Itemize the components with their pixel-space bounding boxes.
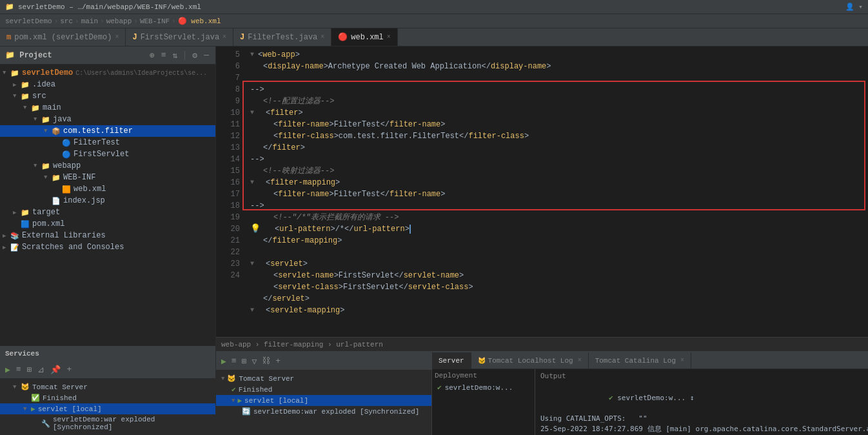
fold-arrow[interactable]: ▼: [250, 305, 254, 316]
code-editor[interactable]: 5 6 7 8 9 10 11 12 13 14 15 16 17 18 19 …: [216, 46, 868, 337]
deploy-status-icon: ✔: [609, 394, 613, 402]
localhost-log-close[interactable]: ×: [578, 357, 582, 364]
code-line-13: <!--映射过滤器-->: [250, 165, 868, 177]
bl-servlet-label: servlet [local]: [244, 397, 308, 405]
line-num: 20: [221, 223, 240, 235]
toolbar-separator: [184, 51, 185, 60]
tree-item-firstservlet[interactable]: 🔵 FirstServlet: [0, 148, 215, 160]
tab-server[interactable]: Server: [432, 352, 471, 369]
code-line-8: <!--配置过滤器-->: [250, 96, 868, 107]
fold-arrow[interactable]: ▼: [250, 107, 254, 119]
svc-tomcat-label: Tomcat Server: [32, 383, 88, 391]
filter-icon[interactable]: ⊿: [36, 363, 46, 376]
bl-servlet-local[interactable]: ▼ ▶ servlet [local]: [216, 395, 431, 406]
tab-webxml[interactable]: 🔴 web.xml ×: [331, 28, 397, 46]
link-btn[interactable]: ⛓: [261, 355, 271, 367]
services-add-icon[interactable]: +: [65, 363, 73, 376]
tree-item-com-test-filter[interactable]: ▼ 📦 com.test.filter: [0, 125, 215, 137]
fold-arrow[interactable]: ▼: [250, 49, 254, 61]
svc-war-exploded[interactable]: 🔧 sevrletDemo:war exploded [Synchronized…: [0, 414, 215, 432]
svc-servlet-label: servlet [local]: [38, 405, 102, 413]
bl-finished[interactable]: ✔ Finished: [216, 384, 431, 395]
filter-btn[interactable]: ▽: [250, 355, 258, 368]
tree-arrow: ▼: [3, 70, 10, 76]
add-folder-icon[interactable]: ⊕: [148, 49, 156, 62]
tree-item-indexjsp[interactable]: 📄 index.jsp: [0, 195, 215, 207]
tree-item-target[interactable]: ▶ 📁 target: [0, 207, 215, 218]
tree-label: main: [43, 103, 61, 112]
tree-item-scratches[interactable]: ▶ 📝 Scratches and Consoles: [0, 241, 215, 253]
folder-icon: 📁: [41, 162, 50, 170]
list-btn[interactable]: ≡: [230, 355, 238, 367]
tab-localhost-log[interactable]: 🐱 Tomcat Localhost Log ×: [471, 352, 589, 369]
line-num: 7: [221, 72, 240, 84]
breadcrumb-sep: ›: [75, 17, 79, 25]
fold-arrow[interactable]: ▼: [250, 258, 254, 270]
tab-pom-close[interactable]: ×: [115, 34, 119, 41]
catalina-log-close[interactable]: ×: [680, 357, 684, 364]
breadcrumb-item: 🔴 web.xml: [178, 17, 221, 25]
bl-tomcat[interactable]: ▼ 🐱 Tomcat Server: [216, 373, 431, 384]
bl-war-exploded[interactable]: 🔄 sevrletDemo:war exploded [Synchronized…: [216, 406, 431, 417]
code-line-21: <servlet-name>FirstServlet</servlet-name…: [250, 270, 868, 281]
tab-m-icon: m: [6, 33, 11, 42]
code-line-24: ▼ <servlet-mapping>: [250, 305, 868, 316]
tree-arrow: ▼: [13, 384, 21, 390]
bottom-right-panel: Server 🐱 Tomcat Localhost Log × Tomcat C…: [432, 352, 868, 435]
tree-item-filtertest[interactable]: 🔵 FilterTest: [0, 137, 215, 148]
line-num: 24: [221, 270, 240, 281]
tree-arrow: ▼: [23, 105, 31, 111]
tab-xml-icon: 🔴: [338, 32, 348, 42]
collapse-icon[interactable]: ≡: [160, 49, 168, 61]
tree-item-webapp[interactable]: ▼ 📁 webapp: [0, 160, 215, 172]
tab-filtertest-close[interactable]: ×: [321, 34, 324, 41]
run-icon[interactable]: ▶: [4, 363, 12, 376]
tab-filtertest[interactable]: J FilterTest.java ×: [233, 28, 331, 46]
fold-arrow[interactable]: ▼: [250, 177, 254, 188]
group-btn[interactable]: ⊞: [241, 355, 248, 368]
line-num: 23: [221, 258, 240, 270]
tree-item-pomxml[interactable]: 🟦 pom.xml: [0, 218, 215, 230]
deployment-header: Deployment: [435, 372, 532, 379]
code-line-19: [250, 247, 868, 258]
code-comment: <!--配置过滤器-->: [263, 96, 334, 107]
tree-item-java[interactable]: ▼ 📁 java: [0, 114, 215, 125]
run-btn[interactable]: ▶: [220, 355, 228, 368]
tab-catalina-log[interactable]: Tomcat Catalina Log ×: [589, 352, 691, 369]
line-num: 15: [221, 165, 240, 177]
svc-tomcat[interactable]: ▼ 🐱 Tomcat Server: [0, 381, 215, 392]
services-group-icon[interactable]: ⊞: [26, 363, 34, 376]
more-icon[interactable]: —: [202, 49, 210, 61]
tab-pom[interactable]: m pom.xml (sevrletDemo) ×: [0, 28, 126, 46]
breadcrumb-item: sevrletDemo: [5, 17, 52, 25]
add-btn[interactable]: +: [274, 355, 282, 367]
code-line-16: <!--"/*"表示拦截所有的请求 -->: [250, 212, 868, 223]
sort-icon[interactable]: ⇅: [172, 49, 179, 62]
tree-arrow: ▼: [23, 406, 31, 412]
tree-item-idea[interactable]: ▶ 📁 .idea: [0, 79, 215, 90]
code-line-12: </filter>: [250, 142, 868, 154]
tab-firstservlet[interactable]: J FirstServlet.java ×: [126, 28, 233, 46]
services-pin-icon[interactable]: 📌: [49, 363, 62, 376]
bottom-right-tabs: Server 🐱 Tomcat Localhost Log × Tomcat C…: [432, 352, 868, 369]
tree-label: webapp: [53, 161, 81, 170]
tree-item-main[interactable]: ▼ 📁 main: [0, 102, 215, 114]
svc-servlet-local[interactable]: ▼ ▶ servlet [local]: [0, 403, 215, 414]
tab-webxml-close[interactable]: ×: [387, 34, 391, 41]
package-icon: 📦: [52, 127, 61, 136]
tree-item-ext-libs[interactable]: ▶ 📚 External Libraries: [0, 230, 215, 241]
settings-icon[interactable]: ⚙: [191, 49, 199, 62]
bottom-tree: ▼ 🐱 Tomcat Server ✔ Finished ▼ ▶ servlet…: [216, 370, 431, 420]
code-line-6: <display-name>Archetype Created Web Appl…: [250, 61, 868, 72]
tab-firstservlet-close[interactable]: ×: [222, 34, 226, 41]
tree-arrow: ▶: [3, 232, 10, 239]
deploy-check-icon: ✔: [437, 383, 442, 392]
line-num: 18: [221, 200, 240, 212]
svc-finished[interactable]: ✅ Finished: [0, 392, 215, 403]
tree-item-src[interactable]: ▼ 📁 src: [0, 90, 215, 102]
tree-item-webinf[interactable]: ▼ 📁 WEB-INF: [0, 172, 215, 183]
tree-item-webxml[interactable]: 🟧 web.xml: [0, 183, 215, 195]
tree-label: WEB-INF: [63, 173, 95, 182]
tree-item-sevrletdemo[interactable]: ▼ 📁 sevrletDemo C:\Users\admins\IdeaProj…: [0, 67, 215, 79]
services-list-icon[interactable]: ≡: [15, 363, 23, 376]
